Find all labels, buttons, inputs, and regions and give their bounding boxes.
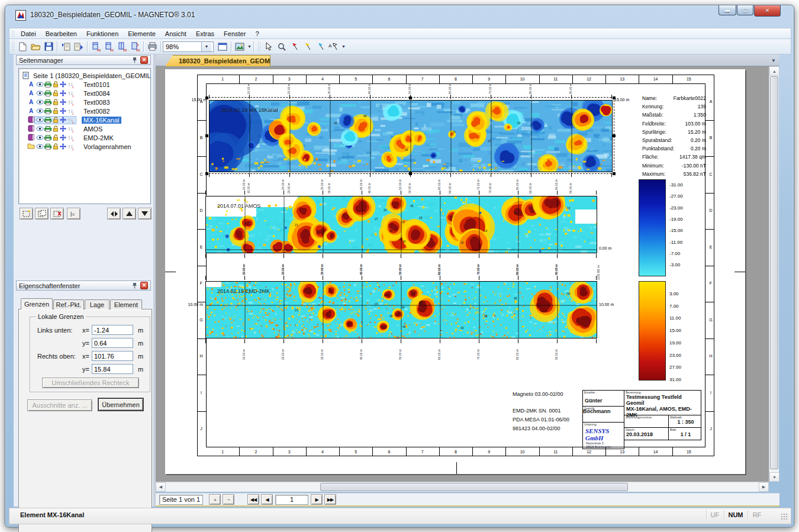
zoom-dropdown-icon[interactable]: ▼ bbox=[201, 42, 211, 51]
column-tool-icon-1[interactable]: RB bbox=[89, 40, 102, 53]
excerpts-button[interactable]: Ausschnitte anz. ... bbox=[27, 399, 92, 411]
window-layout-icon[interactable] bbox=[216, 40, 229, 53]
print-enabled-icon[interactable] bbox=[44, 135, 51, 141]
y2-input[interactable] bbox=[92, 364, 133, 374]
visible-eye-icon[interactable] bbox=[36, 144, 44, 149]
flags-dropdown-icon[interactable]: ▼ bbox=[341, 44, 346, 49]
visible-eye-icon[interactable] bbox=[36, 108, 44, 114]
move-icon[interactable] bbox=[59, 134, 67, 141]
heatmap-2[interactable] bbox=[205, 196, 597, 253]
column-tool-icon-2[interactable]: RL bbox=[102, 40, 115, 53]
horizontal-scrollbar[interactable]: ◀ ▶ bbox=[156, 482, 769, 492]
properties-header[interactable]: Eigenschaftenfenster ✕ bbox=[16, 280, 151, 291]
move-icon[interactable] bbox=[59, 90, 67, 96]
tab-lage[interactable]: Lage bbox=[85, 299, 109, 309]
move-icon[interactable] bbox=[59, 108, 67, 114]
tree-item-text0101[interactable]: AxText0101 bbox=[19, 80, 150, 89]
lock-icon[interactable] bbox=[51, 143, 59, 150]
pin-icon[interactable] bbox=[131, 57, 138, 64]
selection-handle[interactable] bbox=[205, 172, 208, 175]
move-icon[interactable] bbox=[59, 143, 67, 150]
zoom-combobox[interactable]: ▼ bbox=[163, 41, 214, 52]
swap-button[interactable] bbox=[107, 208, 121, 220]
zoom-input[interactable] bbox=[163, 42, 201, 51]
print-enabled-icon[interactable] bbox=[44, 99, 51, 105]
flag-cyan-icon[interactable] bbox=[314, 40, 327, 53]
copy-area-button[interactable] bbox=[35, 208, 49, 220]
x2-input[interactable] bbox=[92, 351, 133, 361]
image-view-dropdown-icon[interactable]: ▼ bbox=[247, 44, 252, 49]
add-page-button[interactable]: ＋ bbox=[209, 494, 221, 505]
flag-red-icon[interactable] bbox=[288, 40, 301, 53]
visible-eye-icon[interactable] bbox=[36, 135, 44, 140]
selection-handle[interactable] bbox=[205, 96, 208, 99]
print-enabled-icon[interactable] bbox=[44, 117, 51, 123]
print-icon[interactable] bbox=[146, 40, 159, 53]
scroll-down-icon[interactable]: ▼ bbox=[769, 472, 779, 482]
vertical-scroll-thumb[interactable] bbox=[770, 76, 778, 469]
zoom-lens-icon[interactable] bbox=[275, 40, 288, 53]
selection-handle[interactable] bbox=[409, 172, 412, 175]
maximize-button[interactable]: ▢ bbox=[737, 5, 753, 15]
reorder-icon[interactable]: x bbox=[67, 125, 75, 133]
apply-button[interactable]: Übernehmen bbox=[98, 398, 143, 411]
tree-item-emd-2mk[interactable]: xEMD-2MK bbox=[19, 133, 150, 142]
tree-item-mx-16kanal[interactable]: xMX-16Kanal bbox=[19, 115, 150, 124]
lock-icon[interactable] bbox=[51, 134, 59, 141]
y1-input[interactable] bbox=[92, 338, 133, 348]
scroll-right-icon[interactable]: ▶ bbox=[759, 482, 769, 492]
menu-extras[interactable]: Extras bbox=[191, 29, 219, 38]
scroll-left-icon[interactable]: ◀ bbox=[156, 482, 166, 492]
reorder-icon[interactable]: x bbox=[67, 90, 75, 97]
selection-handle[interactable] bbox=[409, 96, 412, 99]
flag-yellow-icon[interactable] bbox=[301, 40, 314, 53]
resize-grip[interactable] bbox=[781, 513, 788, 521]
tree-item-vorlagenrahmen[interactable]: xVorlagenrahmen bbox=[19, 142, 150, 151]
menu-datei[interactable]: Datei bbox=[16, 29, 41, 38]
tab-element[interactable]: Element bbox=[110, 299, 142, 309]
tree-item-amos[interactable]: xAMOS bbox=[19, 124, 150, 133]
export-element-icon[interactable] bbox=[72, 40, 85, 53]
horizontal-scroll-thumb[interactable] bbox=[320, 483, 628, 491]
title-bar[interactable]: 180320_Beispieldaten_GEOMIL - MAGNETO® 3… bbox=[5, 5, 794, 25]
tab-list-dropdown-icon[interactable]: ▼ bbox=[771, 58, 776, 63]
selection-handle[interactable] bbox=[205, 134, 208, 137]
tab-grenzen[interactable]: Grenzen bbox=[21, 298, 53, 309]
tab-refpkt[interactable]: Ref.-Pkt. bbox=[53, 299, 84, 309]
document-tab-close-icon[interactable]: ✕ bbox=[281, 57, 286, 65]
reorder-icon[interactable]: x bbox=[67, 143, 75, 150]
lock-icon[interactable] bbox=[51, 117, 59, 123]
print-enabled-icon[interactable] bbox=[44, 91, 51, 96]
move-down-button[interactable] bbox=[138, 208, 152, 220]
document-tab[interactable]: 180320_Beispieldaten_GEOMIL ✕ bbox=[165, 55, 270, 66]
menu-ansicht[interactable]: Ansicht bbox=[160, 29, 191, 38]
selection-handle[interactable] bbox=[613, 96, 616, 99]
print-enabled-icon[interactable] bbox=[44, 126, 51, 132]
save-icon[interactable] bbox=[42, 40, 55, 53]
lock-icon[interactable] bbox=[51, 90, 59, 96]
tree-item-text0082[interactable]: AxText0082 bbox=[19, 107, 150, 115]
menu-fenster[interactable]: Fenster bbox=[219, 29, 250, 38]
image-view-icon[interactable] bbox=[233, 40, 246, 53]
move-icon[interactable] bbox=[59, 99, 67, 105]
x1-input[interactable] bbox=[92, 325, 133, 335]
reorder-icon[interactable]: x bbox=[67, 99, 75, 106]
print-enabled-icon[interactable] bbox=[44, 108, 51, 114]
move-icon[interactable] bbox=[59, 81, 67, 88]
print-enabled-icon[interactable] bbox=[44, 82, 51, 88]
reorder-icon[interactable]: x bbox=[67, 134, 75, 141]
selection-handle[interactable] bbox=[613, 134, 616, 137]
column-tool-icon-3[interactable]: RB bbox=[115, 40, 128, 53]
enclosing-rect-button[interactable]: Umschließendes Rechteck bbox=[42, 378, 139, 388]
align-button[interactable]: |= bbox=[67, 208, 80, 220]
visible-eye-icon[interactable] bbox=[36, 99, 44, 105]
reorder-icon[interactable]: x bbox=[67, 117, 75, 124]
pin-icon[interactable] bbox=[131, 282, 138, 289]
lock-icon[interactable] bbox=[51, 108, 59, 114]
selection-handle[interactable] bbox=[613, 172, 616, 175]
selection-marquee[interactable] bbox=[206, 97, 614, 174]
last-page-button[interactable]: ▶▶ bbox=[324, 494, 336, 505]
move-up-button[interactable] bbox=[123, 208, 136, 220]
scroll-up-icon[interactable]: ▲ bbox=[769, 66, 779, 76]
lock-icon[interactable] bbox=[51, 99, 59, 105]
